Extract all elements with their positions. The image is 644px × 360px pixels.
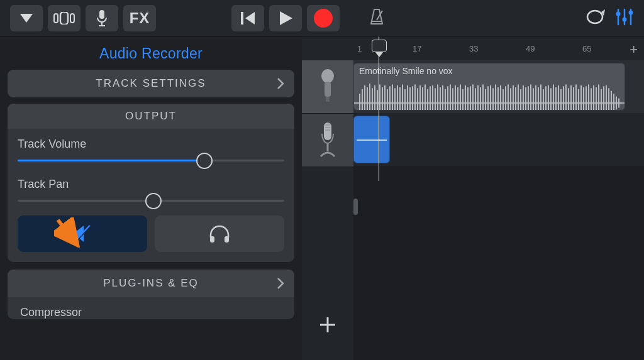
region-title: Emotinally Smile no vox (359, 66, 453, 76)
playhead-pointer-icon (375, 52, 384, 57)
ruler-add-button[interactable]: + (630, 41, 638, 58)
svg-rect-73 (455, 85, 456, 111)
track-view-button[interactable] (48, 5, 80, 31)
svg-rect-112 (553, 84, 554, 111)
svg-rect-86 (487, 86, 489, 111)
solo-headphones-button[interactable] (155, 215, 284, 252)
mixer-icon (615, 8, 634, 26)
play-button[interactable] (269, 5, 302, 31)
output-section: OUTPUT Track Volume Track Pan (8, 104, 294, 262)
track-volume-thumb[interactable] (196, 153, 213, 169)
svg-rect-56 (412, 86, 413, 111)
svg-rect-4 (99, 10, 104, 19)
svg-rect-78 (467, 87, 469, 111)
svg-rect-137 (616, 97, 617, 110)
headphones-icon (208, 224, 231, 244)
playhead-grip[interactable] (372, 40, 387, 52)
metronome-button[interactable] (362, 3, 391, 34)
svg-rect-110 (548, 85, 549, 111)
svg-rect-90 (497, 87, 499, 111)
svg-rect-107 (540, 84, 541, 111)
ruler-mark: 17 (413, 44, 421, 53)
svg-rect-81 (475, 88, 476, 111)
svg-rect-44 (382, 87, 383, 111)
svg-rect-96 (513, 85, 514, 111)
audio-region[interactable]: Emotinally Smile no vox (353, 63, 625, 111)
loop-button[interactable] (580, 3, 610, 33)
add-track-button[interactable] (316, 313, 340, 337)
audio-region[interactable] (353, 116, 390, 163)
svg-rect-127 (591, 88, 592, 111)
output-header: OUTPUT (8, 104, 294, 129)
track-header-0[interactable] (302, 60, 353, 114)
svg-rect-39 (369, 84, 370, 111)
timeline-area: 1 17 33 49 65 + (302, 36, 644, 360)
svg-rect-116 (563, 86, 564, 111)
svg-marker-0 (20, 14, 33, 23)
mute-button[interactable] (18, 215, 147, 252)
svg-rect-58 (417, 88, 418, 111)
svg-rect-76 (462, 89, 464, 111)
svg-rect-70 (447, 86, 448, 111)
svg-rect-27 (325, 82, 331, 97)
svg-rect-103 (530, 84, 531, 111)
svg-rect-53 (404, 89, 406, 111)
svg-rect-91 (500, 85, 501, 111)
track-lane-0[interactable]: Emotinally Smile no vox (353, 60, 644, 113)
svg-rect-89 (495, 84, 496, 111)
panel-title: Audio Recorder (8, 45, 294, 62)
vertical-scroll-indicator[interactable] (353, 199, 358, 215)
vocal-mic-icon (317, 69, 338, 104)
svg-rect-113 (555, 87, 557, 111)
go-to-start-icon (240, 11, 256, 26)
plugins-eq-button[interactable]: PLUG-INS & EQ (8, 270, 294, 297)
record-button[interactable] (307, 5, 340, 31)
chevron-right-icon (277, 77, 284, 90)
svg-rect-123 (580, 85, 582, 111)
ruler-mark: 1 (357, 44, 362, 53)
svg-rect-94 (508, 84, 509, 111)
rewind-button[interactable] (231, 5, 264, 31)
svg-rect-47 (389, 86, 391, 111)
track-settings-label: TRACK SETTINGS (96, 77, 206, 90)
mute-icon (71, 223, 94, 244)
svg-rect-38 (367, 87, 368, 111)
fx-button[interactable]: FX (123, 5, 156, 31)
track-pan-thumb[interactable] (145, 193, 162, 209)
svg-rect-42 (377, 90, 378, 111)
svg-point-17 (616, 11, 621, 16)
svg-rect-95 (510, 88, 511, 111)
triangle-down-icon (19, 13, 34, 24)
svg-rect-41 (374, 85, 375, 111)
track-pan-slider[interactable] (18, 200, 284, 202)
svg-point-19 (629, 10, 633, 14)
svg-rect-61 (425, 84, 426, 111)
svg-rect-108 (543, 89, 544, 111)
svg-point-26 (321, 69, 334, 83)
mixer-button[interactable] (610, 3, 644, 33)
svg-rect-129 (596, 87, 597, 111)
output-header-label: OUTPUT (125, 110, 177, 123)
compressor-label: Compressor (20, 306, 284, 319)
track-volume-slider[interactable] (18, 160, 284, 161)
svg-rect-133 (606, 85, 607, 111)
play-icon (279, 11, 292, 26)
track-header-1[interactable] (302, 114, 353, 167)
output-body: Track Volume Track Pan (8, 129, 294, 262)
disclosure-button[interactable] (10, 5, 43, 31)
playhead[interactable] (379, 36, 379, 181)
svg-rect-79 (470, 86, 471, 111)
svg-rect-74 (457, 87, 458, 111)
track-lane-1[interactable] (353, 113, 644, 166)
svg-rect-88 (492, 88, 494, 111)
empty-timeline-area[interactable] (353, 166, 644, 360)
track-settings-button[interactable]: TRACK SETTINGS (8, 70, 294, 97)
svg-rect-64 (432, 85, 433, 111)
svg-rect-63 (430, 86, 431, 111)
svg-rect-49 (394, 88, 396, 111)
svg-rect-118 (568, 88, 569, 111)
svg-rect-104 (533, 88, 534, 111)
input-mic-button[interactable] (86, 5, 118, 31)
timeline-ruler[interactable]: 1 17 33 49 65 + (353, 36, 644, 61)
svg-rect-121 (575, 84, 577, 111)
